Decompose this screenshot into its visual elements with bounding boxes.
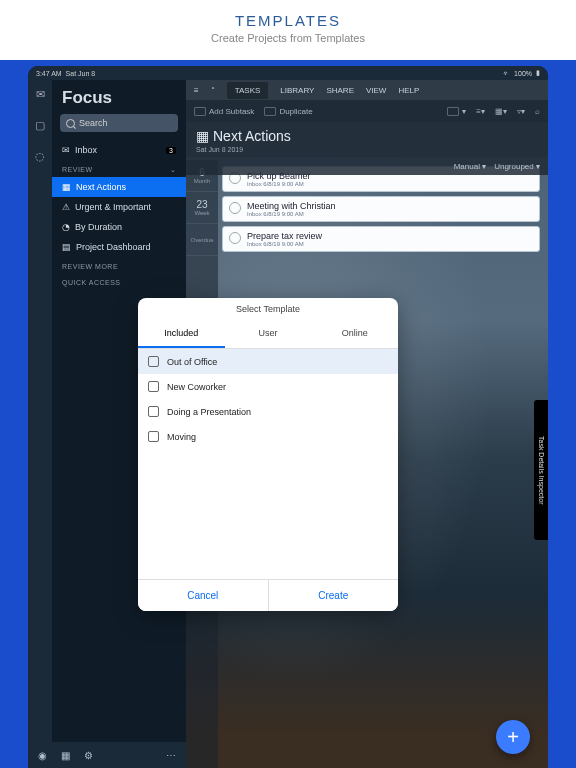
sidebar-item-duration[interactable]: ◔ By Duration [52, 217, 186, 237]
page-title: Next Actions [213, 128, 291, 144]
battery-icon: ▮ [536, 69, 540, 77]
task-meta: Inbox 6/8/19 9:00 AM [247, 241, 322, 247]
sidebar-item-urgent[interactable]: ⚠ Urgent & Important [52, 197, 186, 217]
status-bar: 3:47 AM Sat Jun 8 ᯤ 100% ▮ [28, 66, 548, 80]
settings-icon[interactable]: ⚙ [84, 750, 93, 761]
inbox-icon[interactable]: ✉ [36, 88, 45, 101]
status-time: 3:47 AM [36, 70, 62, 77]
duplicate-button[interactable]: Duplicate [264, 107, 312, 116]
task-meta: Inbox 6/8/19 9:00 AM [247, 181, 311, 187]
chevron-down-icon[interactable]: ⌄ [170, 166, 177, 174]
template-row[interactable]: Moving [138, 424, 398, 449]
tab-user[interactable]: User [225, 320, 312, 348]
calendar-icon: ▦ [62, 182, 71, 192]
task-checkbox[interactable] [229, 232, 241, 244]
template-row[interactable]: Doing a Presentation [138, 399, 398, 424]
checkbox-icon [148, 406, 159, 417]
toolbar: Add Subtask Duplicate ▾ ≡▾ ▦▾ ▿▾ ⌕ [186, 100, 548, 122]
time-overdue[interactable]: Overdue [186, 224, 218, 256]
group-ungrouped[interactable]: Ungrouped ▾ [494, 162, 540, 171]
task-title: Meeting with Christian [247, 201, 336, 211]
promo-title: TEMPLATES [0, 12, 576, 29]
status-battery: 100% [514, 70, 532, 77]
alert-icon: ⚠ [62, 202, 70, 212]
bottom-dock: ◉ ▦ ⚙ ⋯ [28, 742, 186, 768]
sidebar-quick-access[interactable]: QUICK ACCESS [52, 273, 186, 289]
search-icon [66, 119, 75, 128]
more-icon[interactable]: ⋯ [166, 750, 176, 761]
task-row[interactable]: Prepare tax reviewInbox 6/8/19 9:00 AM [222, 226, 540, 252]
create-button[interactable]: Create [268, 580, 399, 611]
tab-online[interactable]: Online [311, 320, 398, 348]
sidebar-inbox[interactable]: ✉ Inbox 3 [52, 140, 186, 160]
search-button[interactable]: ⌕ [535, 107, 540, 116]
sidebar-section-review: REVIEW ⌄ [52, 160, 186, 177]
grid-button[interactable]: ▦▾ [495, 107, 507, 116]
modal-tabs: Included User Online [138, 320, 398, 349]
tab-share[interactable]: SHARE [326, 86, 354, 95]
device-frame: 3:47 AM Sat Jun 8 ᯤ 100% ▮ ✉ ▢ ◌ Focus S… [28, 66, 548, 768]
sidebar-item-label: Urgent & Important [75, 202, 151, 212]
template-row[interactable]: Out of Office [138, 349, 398, 374]
checkbox-icon [148, 356, 159, 367]
calendar-icon: ▦ [196, 128, 209, 144]
checkbox-icon [148, 381, 159, 392]
sidebar-item-label: By Duration [75, 222, 122, 232]
sort-manual[interactable]: Manual ▾ [454, 162, 486, 171]
calendar-dock-icon[interactable]: ▦ [61, 750, 70, 761]
sidebar-item-label: Project Dashboard [76, 242, 151, 252]
search-input[interactable]: Search [60, 114, 178, 132]
task-checkbox[interactable] [229, 202, 241, 214]
globe-icon[interactable]: ◌ [35, 150, 45, 163]
inspector-tab[interactable]: Task Details Inspector [534, 400, 548, 540]
task-list: Pick up BeamerInbox 6/8/19 9:00 AMMeetin… [222, 166, 540, 256]
filter-button[interactable]: ▿▾ [517, 107, 525, 116]
template-label: Doing a Presentation [167, 407, 251, 417]
tab-included[interactable]: Included [138, 320, 225, 348]
template-list: Out of OfficeNew CoworkerDoing a Present… [138, 349, 398, 579]
cancel-button[interactable]: Cancel [138, 580, 268, 611]
search-placeholder: Search [79, 118, 108, 128]
nav-rail: ✉ ▢ ◌ [28, 80, 52, 768]
time-week[interactable]: 23Week [186, 192, 218, 224]
tab-library[interactable]: LIBRARY [280, 86, 314, 95]
sidebar-inbox-label: Inbox [75, 145, 97, 155]
tab-view[interactable]: VIEW [366, 86, 386, 95]
duplicate-icon [264, 107, 276, 116]
menu-icon[interactable]: ≡ [194, 86, 199, 95]
checkbox-icon [148, 431, 159, 442]
promo-subtitle: Create Projects from Templates [0, 32, 576, 44]
task-title: Prepare tax review [247, 231, 322, 241]
template-row[interactable]: New Coworker [138, 374, 398, 399]
chevron-up-icon[interactable]: ˄ [211, 86, 215, 95]
task-row[interactable]: Meeting with ChristianInbox 6/8/19 9:00 … [222, 196, 540, 222]
sidebar-review-more[interactable]: REVIEW MORE [52, 257, 186, 273]
layout-button[interactable]: ▾ [447, 107, 466, 116]
wifi-icon: ᯤ [503, 70, 510, 77]
header-date: Sat Jun 8 2019 [196, 146, 538, 153]
status-date: Sat Jun 8 [66, 70, 96, 77]
tab-help[interactable]: HELP [398, 86, 419, 95]
add-subtask-button[interactable]: Add Subtask [194, 107, 254, 116]
template-label: Moving [167, 432, 196, 442]
template-label: New Coworker [167, 382, 226, 392]
dashboard-icon: ▤ [62, 242, 71, 252]
sort-bar: Manual ▾ Ungrouped ▾ [186, 157, 548, 175]
sidebar-title: Focus [52, 86, 186, 114]
inbox-count-badge: 3 [166, 147, 176, 154]
sidebar-item-label: Next Actions [76, 182, 126, 192]
user-icon[interactable]: ◉ [38, 750, 47, 761]
app-bar: ≡ ˄ TASKS LIBRARY SHARE VIEW HELP [186, 80, 548, 100]
page-icon[interactable]: ▢ [35, 119, 45, 132]
tray-icon: ✉ [62, 145, 70, 155]
content-header: ▦Next Actions Sat Jun 8 2019 [186, 122, 548, 157]
add-button[interactable]: + [496, 720, 530, 754]
list-button[interactable]: ≡▾ [476, 107, 485, 116]
sidebar-item-dashboard[interactable]: ▤ Project Dashboard [52, 237, 186, 257]
promo-banner: TEMPLATES Create Projects from Templates [0, 0, 576, 60]
subtask-icon [194, 107, 206, 116]
modal-title: Select Template [138, 298, 398, 320]
template-label: Out of Office [167, 357, 217, 367]
tab-tasks[interactable]: TASKS [227, 82, 269, 99]
sidebar-item-next-actions[interactable]: ▦ Next Actions [52, 177, 186, 197]
